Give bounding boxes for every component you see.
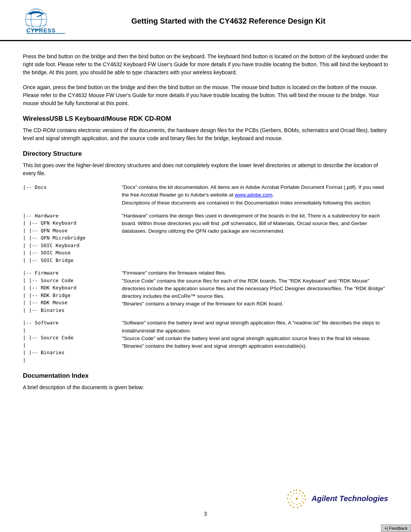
header: CYPRESS Getting Started with the CY4632 … — [0, 0, 411, 41]
table-row: |-- Hardware | |-- QFN Keyboard | |-- QF… — [23, 211, 388, 265]
intro-para-1: Press the bind button on the bridge and … — [23, 53, 388, 77]
svg-point-11 — [300, 505, 302, 506]
dir-path-software: |-- Software | | |-- Source Code | | |--… — [23, 318, 122, 364]
svg-point-15 — [288, 502, 289, 503]
directory-table: |-- Docs "Docs" contains the kit documen… — [23, 183, 388, 364]
agilent-logo: Agilent Technologies — [286, 488, 389, 509]
svg-point-32 — [295, 498, 298, 500]
svg-point-24 — [301, 501, 302, 502]
svg-point-20 — [296, 492, 297, 494]
svg-point-23 — [302, 498, 303, 499]
section-wirelessusb-heading: WirelessUSB LS Keyboard/Mouse RDK CD-ROM — [23, 115, 388, 123]
dir-path-firmware: |-- Firmware | |-- Source Code | |-- RDK… — [23, 268, 122, 315]
svg-point-19 — [293, 490, 295, 491]
section-wirelessusb-text: The CD-ROM contains electronic versions … — [23, 126, 388, 142]
svg-point-28 — [291, 501, 292, 502]
svg-point-30 — [291, 495, 292, 497]
dir-path-hardware: |-- Hardware | |-- QFN Keyboard | |-- QF… — [23, 211, 122, 265]
svg-point-29 — [290, 498, 291, 499]
cypress-logo: CYPRESS — [23, 7, 68, 35]
svg-point-21 — [299, 493, 300, 494]
svg-point-31 — [293, 493, 294, 494]
svg-point-8 — [304, 495, 305, 497]
table-row: |-- Firmware | |-- Source Code | |-- RDK… — [23, 268, 388, 315]
agilent-starburst-icon — [286, 488, 307, 509]
svg-point-5 — [296, 489, 297, 491]
svg-point-26 — [296, 504, 297, 505]
dir-desc-docs: "Docs" contains the kit documentation. A… — [122, 183, 388, 208]
svg-point-16 — [287, 498, 288, 500]
section-directory-intro: This list goes over the higher-level dir… — [23, 161, 388, 177]
section-documentation-heading: Documentation Index — [23, 372, 388, 380]
svg-point-27 — [293, 503, 294, 504]
spacer-row — [23, 208, 388, 211]
header-title-area: Getting Started with the CY4632 Referenc… — [68, 17, 388, 26]
page-number: 3 — [204, 511, 207, 517]
feedback-button[interactable]: +| Feedback — [381, 524, 411, 532]
dir-path-docs: |-- Docs — [23, 183, 122, 208]
intro-para-2: Once again, press the bind button on the… — [23, 83, 388, 107]
dir-desc-software: "Software" contains the battery level an… — [122, 318, 388, 364]
adobe-link[interactable]: www.adobe.com — [235, 192, 272, 198]
content: Press the bind button on the bridge and … — [0, 41, 411, 420]
section-documentation-text: A brief description of the documents is … — [23, 383, 388, 391]
table-row: |-- Software | | |-- Source Code | | |--… — [23, 318, 388, 364]
spacer-row — [23, 315, 388, 318]
section-directory-heading: Directory Structure — [23, 150, 388, 158]
svg-point-12 — [297, 507, 298, 508]
logo-area: CYPRESS — [23, 7, 68, 35]
svg-point-13 — [293, 507, 295, 508]
spacer-row — [23, 265, 388, 268]
dir-desc-hardware: "Hardware" contains the design files use… — [122, 211, 388, 265]
svg-point-25 — [299, 503, 300, 504]
dir-desc-firmware: "Firmware" contains the firmware related… — [122, 268, 388, 315]
page: CYPRESS Getting Started with the CY4632 … — [0, 0, 411, 532]
table-row: |-- Docs "Docs" contains the kit documen… — [23, 183, 388, 208]
svg-point-18 — [290, 491, 292, 493]
svg-point-17 — [287, 494, 289, 496]
svg-text:CYPRESS: CYPRESS — [26, 27, 56, 34]
svg-point-14 — [290, 505, 292, 506]
header-title: Getting Started with the CY4632 Referenc… — [131, 17, 325, 25]
agilent-brand-text: Agilent Technologies — [312, 494, 389, 503]
svg-point-6 — [299, 490, 301, 492]
svg-point-7 — [302, 492, 304, 494]
svg-point-22 — [301, 495, 302, 497]
svg-point-10 — [303, 502, 304, 504]
svg-point-9 — [304, 499, 306, 500]
